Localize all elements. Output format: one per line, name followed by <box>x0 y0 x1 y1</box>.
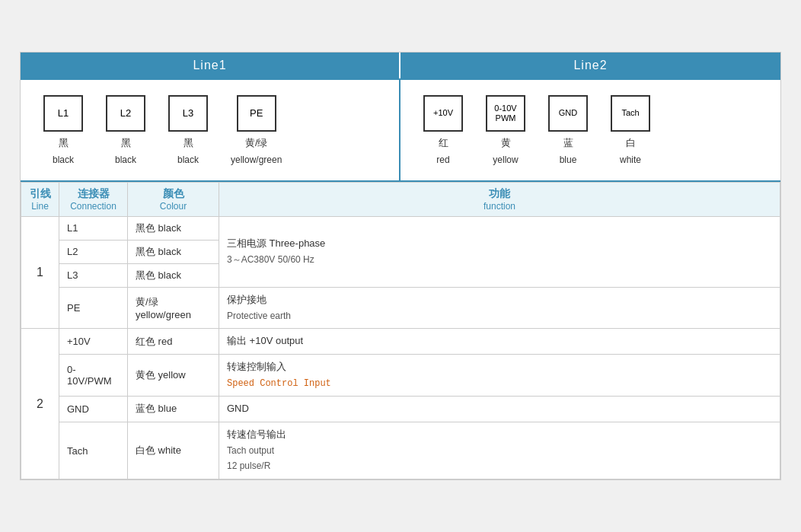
th-line-cn: 引线 <box>29 187 51 201</box>
function-en-Tach1: Tach output <box>227 445 274 456</box>
connector-item-l2-10V: +10V 红 red <box>423 95 463 165</box>
connector-label-en-l2-10V: red <box>436 155 449 165</box>
function-PWM: 转速控制输入 Speed Control Input <box>219 355 780 397</box>
connector-item-l1-PE: PE 黄/绿 yellow/green <box>231 95 282 165</box>
diagram-row: L1 黑 black L2 黑 black L3 黑 black PE 黄/绿 … <box>21 80 780 182</box>
function-10V: 输出 +10V output <box>219 329 780 355</box>
colour-L1: 黑色 black <box>128 216 219 240</box>
colour-GND: 蓝色 blue <box>128 397 219 422</box>
connector-item-l1-L3: L3 黑 black <box>168 95 208 165</box>
connector-box-l2-PWM: 0-10VPWM <box>486 95 525 132</box>
line-number-2: 2 <box>21 329 59 479</box>
connector-box-l2-10V: +10V <box>423 95 463 132</box>
th-colour: 颜色 Colour <box>128 182 219 216</box>
connector-box-l1-L1: L1 <box>43 95 83 132</box>
table-row: Tach 白色 white 转速信号输出 Tach output 12 puls… <box>21 422 780 479</box>
line2-diagram: +10V 红 red 0-10VPWM 黄 yellow GND 蓝 blue … <box>400 80 780 180</box>
connector-box-l2-GND: GND <box>548 95 588 132</box>
connection-PE: PE <box>59 287 128 329</box>
connector-label-en-l1-L2: black <box>115 155 136 165</box>
connector-item-l2-PWM: 0-10VPWM 黄 yellow <box>486 95 525 165</box>
connector-item-l1-L2: L2 黑 black <box>106 95 145 165</box>
line2-title: Line2 <box>573 59 607 72</box>
connection-PWM: 0-10V/PWM <box>59 355 128 397</box>
table-row: GND 蓝色 blue GND <box>21 397 780 422</box>
table-row: 2 +10V 红色 red 输出 +10V output <box>21 329 780 355</box>
th-function-cn: 功能 <box>227 187 772 201</box>
connector-item-l2-Tach: Tach 白 white <box>611 95 650 165</box>
header-row: Line1 Line2 <box>21 53 780 80</box>
th-function: 功能 function <box>219 182 780 216</box>
th-connection: 连接器 Connection <box>59 182 128 216</box>
connector-label-en-l2-PWM: yellow <box>493 155 518 165</box>
connector-label-en-l1-PE: yellow/green <box>231 155 282 165</box>
function-cn-GND: GND <box>227 403 249 414</box>
connector-label-en-l1-L1: black <box>53 155 74 165</box>
connector-label-en-l2-GND: blue <box>560 155 577 165</box>
connection-L2: L2 <box>59 240 128 263</box>
table-row: 1 L1 黑色 black 三相电源 Three-phase 3～AC380V … <box>21 216 780 240</box>
table-header-row: 引线 Line 连接器 Connection 颜色 Colour 功能 func… <box>21 182 780 216</box>
table-row: PE 黄/绿yellow/green 保护接地 Protective earth <box>21 287 780 329</box>
function-cn-PWM: 转速控制输入 <box>227 361 286 372</box>
function-PE: 保护接地 Protective earth <box>219 287 780 329</box>
connector-label-en-l1-L3: black <box>177 155 199 165</box>
connector-label-cn-l1-L3: 黑 <box>183 136 193 150</box>
th-line: 引线 Line <box>21 182 59 216</box>
connection-GND: GND <box>59 397 128 422</box>
th-colour-cn: 颜色 <box>136 187 211 201</box>
connector-label-cn-l1-PE: 黄/绿 <box>245 136 268 150</box>
connector-label-cn-l1-L1: 黑 <box>59 136 69 150</box>
function-en-PWM: Speed Control Input <box>227 378 331 389</box>
connector-label-cn-l2-10V: 红 <box>439 136 448 150</box>
connector-item-l1-L1: L1 黑 black <box>43 95 83 165</box>
th-connection-en: Connection <box>67 201 120 212</box>
connector-box-l1-PE: PE <box>237 95 276 132</box>
connector-label-cn-l2-GND: 蓝 <box>563 136 573 150</box>
table-row: 0-10V/PWM 黄色 yellow 转速控制输入 Speed Control… <box>21 355 780 397</box>
wiring-table: 引线 Line 连接器 Connection 颜色 Colour 功能 func… <box>21 182 780 480</box>
th-colour-en: Colour <box>136 201 211 212</box>
connection-L1: L1 <box>59 216 128 240</box>
connector-label-cn-l2-Tach: 白 <box>626 136 636 150</box>
colour-Tach: 白色 white <box>128 422 219 479</box>
th-line-en: Line <box>29 201 51 212</box>
connector-box-l1-L3: L3 <box>168 95 208 132</box>
function-en-PE: Protective earth <box>227 311 291 321</box>
function-1-L123: 三相电源 Three-phase 3～AC380V 50/60 Hz <box>219 216 780 287</box>
colour-10V: 红色 red <box>128 329 219 355</box>
function-cn-PE: 保护接地 <box>227 294 266 305</box>
connector-item-l2-GND: GND 蓝 blue <box>548 95 588 165</box>
function-en-L1: 3～AC380V 50/60 Hz <box>227 254 314 265</box>
line1-diagram: L1 黑 black L2 黑 black L3 黑 black PE 黄/绿 … <box>21 80 400 180</box>
line1-title: Line1 <box>193 59 226 72</box>
colour-L3: 黑色 black <box>128 263 219 287</box>
function-cn-L1: 三相电源 Three-phase <box>227 237 325 249</box>
table-section: 引线 Line 连接器 Connection 颜色 Colour 功能 func… <box>21 182 780 480</box>
connector-box-l1-L2: L2 <box>106 95 145 132</box>
th-connection-cn: 连接器 <box>67 187 120 201</box>
colour-PWM: 黄色 yellow <box>128 355 219 397</box>
connection-Tach: Tach <box>59 422 128 479</box>
main-container: Line1 Line2 L1 黑 black L2 黑 black L3 黑 b… <box>20 52 781 481</box>
function-Tach: 转速信号输出 Tach output 12 pulse/R <box>219 422 780 479</box>
connection-L3: L3 <box>59 263 128 287</box>
function-en-Tach2: 12 pulse/R <box>227 460 270 471</box>
connector-label-en-l2-Tach: white <box>620 155 641 165</box>
function-GND: GND <box>219 397 780 422</box>
header-line1: Line1 <box>21 53 400 78</box>
line-number-1: 1 <box>21 216 59 329</box>
connection-10V: +10V <box>59 329 128 355</box>
connector-label-cn-l2-PWM: 黄 <box>501 136 511 150</box>
colour-L2: 黑色 black <box>128 240 219 263</box>
th-function-en: function <box>227 201 772 212</box>
function-cn-Tach: 转速信号输出 <box>227 428 286 440</box>
function-cn-10V: 输出 +10V output <box>227 335 303 346</box>
connector-label-cn-l1-L2: 黑 <box>121 136 131 150</box>
colour-PE: 黄/绿yellow/green <box>128 287 219 329</box>
connector-box-l2-Tach: Tach <box>611 95 650 132</box>
header-line2: Line2 <box>400 53 780 78</box>
